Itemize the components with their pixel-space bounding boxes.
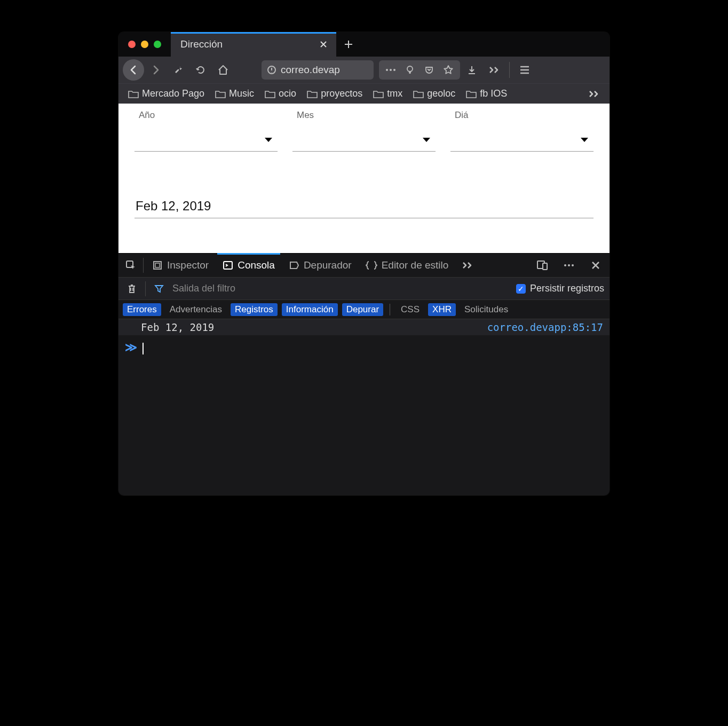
filter-toggle-button[interactable] [151, 278, 167, 299]
year-label: Año [134, 110, 278, 121]
filter-warnings[interactable]: Advertencias [165, 303, 226, 316]
chevron-down-icon [423, 138, 430, 142]
lightbulb-icon[interactable] [401, 59, 418, 81]
filter-css[interactable]: CSS [397, 303, 424, 316]
browser-tab[interactable]: Dirección [171, 32, 336, 57]
bookmark-item[interactable]: fb IOS [462, 86, 511, 101]
prompt-chevron-icon: ≫ [125, 341, 137, 354]
console-log-row[interactable]: Feb 12, 2019 correo.devapp:85:17 [118, 319, 610, 335]
tab-inspector[interactable]: Inspector [147, 254, 214, 277]
bookmark-item[interactable]: Music [211, 86, 258, 101]
devtools-tabs: Inspector Consola Depurador Editor de es… [118, 253, 610, 278]
console-category-bar: Errores Advertencias Registros Informaci… [118, 300, 610, 319]
overflow-button[interactable] [484, 59, 505, 81]
filter-logs[interactable]: Registros [231, 303, 278, 316]
filter-requests[interactable]: Solicitudes [460, 303, 512, 316]
tab-title: Dirección [180, 38, 317, 50]
tab-console[interactable]: Consola [217, 254, 280, 277]
year-select[interactable] [134, 128, 278, 152]
devtools-menu-button[interactable] [558, 255, 580, 276]
console-icon [223, 260, 233, 271]
bookmark-label: ocio [279, 88, 296, 99]
folder-icon [215, 90, 226, 98]
log-message: Feb 12, 2019 [125, 321, 214, 333]
checkbox-checked-icon: ✓ [516, 284, 526, 294]
bookmark-label: geoloc [427, 88, 455, 99]
devtools-overflow-button[interactable] [457, 255, 478, 276]
console-input-row[interactable]: ≫ [118, 335, 610, 495]
new-tab-button[interactable] [336, 40, 361, 49]
separator [145, 281, 146, 296]
home-button[interactable] [212, 59, 234, 81]
svg-point-12 [568, 264, 570, 266]
url-text: correo.devap [281, 64, 340, 76]
close-window-button[interactable] [128, 41, 136, 48]
bookmark-item[interactable]: Mercado Pago [124, 86, 209, 101]
downloads-button[interactable] [461, 59, 482, 81]
folder-icon [373, 90, 384, 98]
forward-button[interactable] [145, 59, 167, 81]
chevron-down-icon [265, 138, 272, 142]
log-source-link[interactable]: correo.devapp:85:17 [487, 321, 603, 333]
date-select-row: Año Mes Diá [134, 110, 594, 152]
url-bar[interactable]: correo.devap [262, 60, 374, 80]
folder-icon [128, 90, 139, 98]
persist-logs-toggle[interactable]: ✓ Persistir registros [516, 283, 604, 294]
bookmark-item[interactable]: geoloc [409, 86, 460, 101]
filter-info[interactable]: Información [282, 303, 338, 316]
close-tab-button[interactable] [317, 38, 330, 51]
persist-logs-label: Persistir registros [530, 283, 604, 294]
inspector-icon [152, 260, 163, 271]
svg-point-2 [390, 69, 392, 71]
svg-point-11 [564, 264, 566, 266]
toolbar-separator [509, 62, 510, 78]
day-select[interactable] [450, 128, 594, 152]
pocket-button[interactable] [421, 59, 438, 81]
folder-icon [466, 90, 477, 98]
folder-icon [413, 90, 424, 98]
filter-input[interactable]: Salida del filtro [172, 283, 511, 294]
filter-xhr[interactable]: XHR [428, 303, 456, 316]
back-button[interactable] [123, 59, 144, 81]
svg-point-3 [393, 69, 395, 71]
bookmark-item[interactable]: proyectos [303, 86, 367, 101]
debugger-icon [289, 260, 299, 271]
filter-errors[interactable]: Errores [123, 303, 161, 316]
day-select-group: Diá [450, 110, 594, 152]
bookmark-star-button[interactable] [440, 59, 457, 81]
bookmarks-overflow-button[interactable] [584, 88, 604, 100]
bookmark-item[interactable]: tmx [369, 86, 407, 101]
date-output[interactable]: Feb 12, 2019 [134, 194, 594, 218]
bookmark-item[interactable]: ocio [260, 86, 300, 101]
maximize-window-button[interactable] [154, 41, 161, 48]
month-select[interactable] [292, 128, 436, 152]
debugger-label: Depurador [304, 259, 352, 271]
reload-button[interactable] [190, 59, 211, 81]
tab-style-editor[interactable]: Editor de estilo [360, 254, 454, 277]
minimize-window-button[interactable] [141, 41, 148, 48]
year-select-group: Año [134, 110, 278, 152]
element-picker-button[interactable] [122, 255, 140, 276]
developer-button[interactable] [168, 59, 189, 81]
svg-point-4 [407, 66, 413, 72]
clear-console-button[interactable] [124, 278, 140, 299]
page-content: Año Mes Diá Feb 12, 2019 [118, 104, 610, 253]
responsive-mode-button[interactable] [532, 255, 553, 276]
filter-debug[interactable]: Depurar [342, 303, 383, 316]
style-editor-label: Editor de estilo [382, 259, 449, 271]
bookmark-label: Music [229, 88, 254, 99]
month-select-group: Mes [292, 110, 436, 152]
page-actions-button[interactable] [382, 59, 399, 81]
bookmark-label: fb IOS [480, 88, 507, 99]
bookmark-label: proyectos [321, 88, 362, 99]
separator [143, 258, 144, 273]
bookmarks-bar: Mercado Pago Music ocio proyectos tmx ge… [118, 83, 610, 104]
folder-icon [307, 90, 318, 98]
devtools-panel: Inspector Consola Depurador Editor de es… [118, 253, 610, 495]
svg-point-13 [572, 264, 574, 266]
console-filter-bar: Salida del filtro ✓ Persistir registros [118, 278, 610, 300]
menu-button[interactable] [514, 59, 535, 81]
close-devtools-button[interactable] [585, 255, 606, 276]
tab-debugger[interactable]: Depurador [283, 254, 357, 277]
toolbar: correo.devap [118, 57, 610, 83]
